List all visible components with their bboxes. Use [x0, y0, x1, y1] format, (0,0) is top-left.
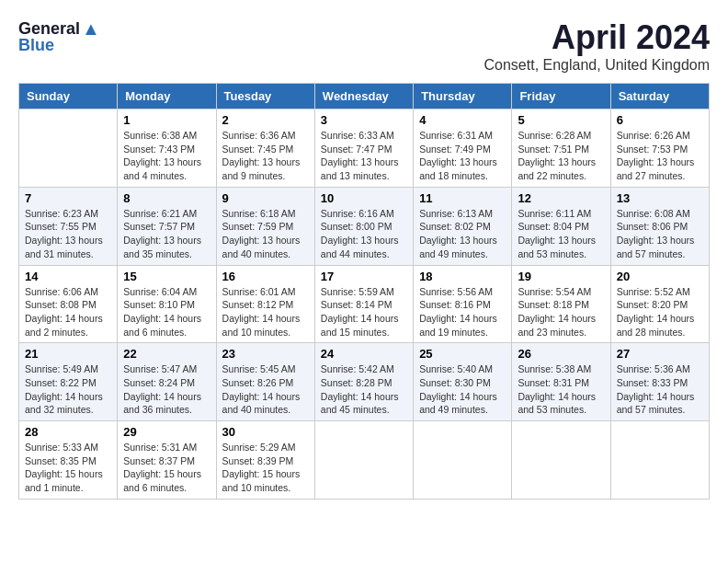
day-number: 11 — [419, 191, 506, 205]
table-row: 24Sunrise: 5:42 AM Sunset: 8:28 PM Dayli… — [314, 343, 413, 421]
col-tuesday: Tuesday — [216, 84, 314, 109]
col-sunday: Sunday — [19, 84, 118, 109]
location-title: Consett, England, United Kingdom — [484, 57, 710, 74]
calendar-title-area: April 2024 Consett, England, United King… — [484, 18, 710, 74]
day-info: Sunrise: 5:54 AM Sunset: 8:18 PM Dayligh… — [518, 285, 604, 339]
day-info: Sunrise: 5:31 AM Sunset: 8:37 PM Dayligh… — [123, 441, 210, 495]
day-info: Sunrise: 5:59 AM Sunset: 8:14 PM Dayligh… — [321, 285, 407, 339]
day-info: Sunrise: 5:49 AM Sunset: 8:22 PM Dayligh… — [25, 362, 111, 417]
week-row-4: 21Sunrise: 5:49 AM Sunset: 8:22 PM Dayli… — [19, 343, 710, 421]
month-title: April 2024 — [484, 18, 710, 57]
day-info: Sunrise: 5:47 AM Sunset: 8:24 PM Dayligh… — [123, 362, 210, 417]
day-info: Sunrise: 5:45 AM Sunset: 8:26 PM Dayligh… — [222, 362, 309, 417]
logo-bird-icon: ▲ — [82, 18, 100, 40]
day-info: Sunrise: 6:31 AM Sunset: 7:49 PM Dayligh… — [419, 129, 506, 183]
day-number: 19 — [518, 270, 604, 283]
table-row: 6Sunrise: 6:26 AM Sunset: 7:53 PM Daylig… — [610, 109, 709, 188]
table-row: 11Sunrise: 6:13 AM Sunset: 8:02 PM Dayli… — [414, 187, 512, 265]
day-info: Sunrise: 6:36 AM Sunset: 7:45 PM Dayligh… — [222, 129, 309, 183]
col-friday: Friday — [512, 84, 610, 109]
day-number: 18 — [419, 270, 506, 283]
week-row-5: 28Sunrise: 5:33 AM Sunset: 8:35 PM Dayli… — [19, 421, 710, 500]
day-number: 2 — [222, 113, 309, 127]
day-number: 28 — [25, 425, 111, 439]
table-row: 2Sunrise: 6:36 AM Sunset: 7:45 PM Daylig… — [216, 109, 314, 188]
day-info: Sunrise: 6:38 AM Sunset: 7:43 PM Dayligh… — [123, 129, 210, 183]
day-info: Sunrise: 5:40 AM Sunset: 8:30 PM Dayligh… — [419, 362, 506, 417]
table-row: 30Sunrise: 5:29 AM Sunset: 8:39 PM Dayli… — [216, 421, 314, 500]
col-thursday: Thursday — [414, 84, 512, 109]
day-info: Sunrise: 6:23 AM Sunset: 7:55 PM Dayligh… — [25, 207, 111, 261]
table-row: 1Sunrise: 6:38 AM Sunset: 7:43 PM Daylig… — [118, 109, 216, 188]
day-number: 23 — [222, 347, 309, 361]
day-info: Sunrise: 5:52 AM Sunset: 8:20 PM Dayligh… — [617, 285, 703, 339]
table-row: 8Sunrise: 6:21 AM Sunset: 7:57 PM Daylig… — [118, 187, 216, 265]
day-info: Sunrise: 6:13 AM Sunset: 8:02 PM Dayligh… — [419, 207, 506, 261]
day-info: Sunrise: 5:33 AM Sunset: 8:35 PM Dayligh… — [25, 441, 111, 495]
day-info: Sunrise: 5:29 AM Sunset: 8:39 PM Dayligh… — [222, 441, 309, 495]
page-header: General ▲ Blue April 2024 Consett, Engla… — [18, 18, 710, 74]
col-monday: Monday — [118, 84, 216, 109]
table-row: 17Sunrise: 5:59 AM Sunset: 8:14 PM Dayli… — [314, 265, 413, 343]
day-info: Sunrise: 5:38 AM Sunset: 8:31 PM Dayligh… — [518, 362, 604, 417]
day-number: 21 — [25, 347, 111, 361]
table-row: 25Sunrise: 5:40 AM Sunset: 8:30 PM Dayli… — [414, 343, 512, 421]
day-number: 14 — [25, 270, 111, 283]
day-info: Sunrise: 6:16 AM Sunset: 8:00 PM Dayligh… — [321, 207, 407, 261]
day-number: 4 — [419, 113, 506, 127]
table-row: 22Sunrise: 5:47 AM Sunset: 8:24 PM Dayli… — [118, 343, 216, 421]
week-row-1: 1Sunrise: 6:38 AM Sunset: 7:43 PM Daylig… — [19, 109, 710, 188]
table-row: 29Sunrise: 5:31 AM Sunset: 8:37 PM Dayli… — [118, 421, 216, 500]
day-number: 10 — [321, 191, 407, 205]
day-info: Sunrise: 5:36 AM Sunset: 8:33 PM Dayligh… — [617, 362, 703, 417]
table-row — [19, 109, 118, 188]
week-row-2: 7Sunrise: 6:23 AM Sunset: 7:55 PM Daylig… — [19, 187, 710, 265]
table-row: 12Sunrise: 6:11 AM Sunset: 8:04 PM Dayli… — [512, 187, 610, 265]
table-row: 15Sunrise: 6:04 AM Sunset: 8:10 PM Dayli… — [118, 265, 216, 343]
day-number: 12 — [518, 191, 604, 205]
day-number: 30 — [222, 425, 309, 439]
day-number: 8 — [123, 191, 210, 205]
calendar-header-row: Sunday Monday Tuesday Wednesday Thursday… — [19, 84, 710, 109]
table-row — [610, 421, 709, 500]
logo: General ▲ Blue — [18, 18, 100, 55]
day-number: 3 — [321, 113, 407, 127]
calendar-table: Sunday Monday Tuesday Wednesday Thursday… — [18, 83, 710, 500]
day-number: 1 — [123, 113, 210, 127]
day-number: 7 — [25, 191, 111, 205]
week-row-3: 14Sunrise: 6:06 AM Sunset: 8:08 PM Dayli… — [19, 265, 710, 343]
logo-blue-text: Blue — [18, 36, 54, 55]
table-row: 9Sunrise: 6:18 AM Sunset: 7:59 PM Daylig… — [216, 187, 314, 265]
day-number: 6 — [617, 113, 703, 127]
table-row: 19Sunrise: 5:54 AM Sunset: 8:18 PM Dayli… — [512, 265, 610, 343]
day-number: 5 — [518, 113, 604, 127]
day-info: Sunrise: 6:21 AM Sunset: 7:57 PM Dayligh… — [123, 207, 210, 261]
day-number: 9 — [222, 191, 309, 205]
day-number: 22 — [123, 347, 210, 361]
table-row: 5Sunrise: 6:28 AM Sunset: 7:51 PM Daylig… — [512, 109, 610, 188]
day-number: 20 — [617, 270, 703, 283]
col-wednesday: Wednesday — [314, 84, 413, 109]
day-number: 24 — [321, 347, 407, 361]
day-number: 17 — [321, 270, 407, 283]
table-row: 13Sunrise: 6:08 AM Sunset: 8:06 PM Dayli… — [610, 187, 709, 265]
table-row: 18Sunrise: 5:56 AM Sunset: 8:16 PM Dayli… — [414, 265, 512, 343]
day-info: Sunrise: 6:08 AM Sunset: 8:06 PM Dayligh… — [617, 207, 703, 261]
table-row: 4Sunrise: 6:31 AM Sunset: 7:49 PM Daylig… — [414, 109, 512, 188]
table-row: 27Sunrise: 5:36 AM Sunset: 8:33 PM Dayli… — [610, 343, 709, 421]
day-info: Sunrise: 6:06 AM Sunset: 8:08 PM Dayligh… — [25, 285, 111, 339]
col-saturday: Saturday — [610, 84, 709, 109]
day-info: Sunrise: 6:01 AM Sunset: 8:12 PM Dayligh… — [222, 285, 309, 339]
day-number: 29 — [123, 425, 210, 439]
day-info: Sunrise: 6:26 AM Sunset: 7:53 PM Dayligh… — [617, 129, 703, 183]
day-info: Sunrise: 5:42 AM Sunset: 8:28 PM Dayligh… — [321, 362, 407, 417]
table-row: 3Sunrise: 6:33 AM Sunset: 7:47 PM Daylig… — [314, 109, 413, 188]
day-number: 15 — [123, 270, 210, 283]
day-number: 25 — [419, 347, 506, 361]
table-row — [314, 421, 413, 500]
day-number: 16 — [222, 270, 309, 283]
day-info: Sunrise: 6:28 AM Sunset: 7:51 PM Dayligh… — [518, 129, 604, 183]
table-row — [414, 421, 512, 500]
table-row: 16Sunrise: 6:01 AM Sunset: 8:12 PM Dayli… — [216, 265, 314, 343]
day-number: 27 — [617, 347, 703, 361]
